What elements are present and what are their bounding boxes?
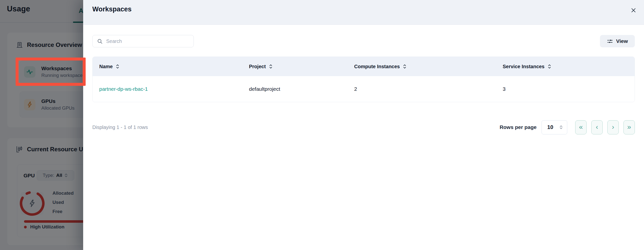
column-header-service-instances[interactable]: Service Instances [496, 57, 634, 76]
cell-name: partner-dp-ws-rbac-1 [92, 76, 242, 102]
search-input[interactable] [106, 38, 189, 44]
first-page-button[interactable]: « [575, 120, 586, 135]
search-icon [97, 38, 103, 44]
view-button[interactable]: View [600, 35, 635, 47]
column-label: Compute Instances [354, 64, 400, 69]
drawer-toolbar: View [92, 35, 635, 47]
sort-icon [548, 64, 552, 69]
column-header-name[interactable]: Name [92, 57, 242, 76]
chevron-updown-icon [559, 124, 563, 130]
cell-project: defaultproject [242, 76, 348, 102]
workspaces-drawer: Workspaces [83, 0, 644, 250]
last-page-button[interactable]: » [624, 120, 635, 135]
sort-icon [269, 64, 273, 69]
drawer-title: Workspaces [92, 6, 132, 13]
table-footer: Displaying 1 - 1 of 1 rows Rows per page… [92, 120, 635, 135]
cell-service-instances: 3 [496, 76, 634, 102]
search-box[interactable] [92, 35, 194, 47]
rows-per-page-select[interactable]: 10 [542, 120, 567, 135]
column-header-project[interactable]: Project [242, 57, 348, 76]
close-button[interactable] [629, 6, 638, 14]
sort-icon [116, 64, 120, 69]
table-row: partner-dp-ws-rbac-1 defaultproject 2 3 [92, 76, 634, 102]
close-icon [631, 8, 636, 13]
pagination: « ‹ › » [575, 120, 635, 135]
column-label: Project [249, 64, 266, 69]
cell-compute-instances: 2 [348, 76, 496, 102]
workspace-name-link[interactable]: partner-dp-ws-rbac-1 [99, 86, 148, 92]
column-header-compute-instances[interactable]: Compute Instances [348, 57, 496, 76]
row-count-text: Displaying 1 - 1 of 1 rows [92, 124, 148, 130]
column-label: Service Instances [503, 64, 544, 69]
sort-icon [403, 64, 407, 69]
view-button-label: View [616, 38, 628, 44]
sliders-icon [607, 38, 613, 44]
drawer-header: Workspaces [83, 0, 644, 25]
rows-per-page-label: Rows per page [500, 124, 536, 130]
previous-page-button[interactable]: ‹ [591, 120, 603, 135]
table-header-row: Name Project [92, 57, 634, 76]
rows-per-page-value: 10 [547, 124, 553, 131]
next-page-button[interactable]: › [607, 120, 619, 135]
screen: Usage A Resource Overview [0, 0, 644, 250]
column-label: Name [99, 64, 112, 69]
workspaces-table: Name Project [92, 57, 635, 102]
